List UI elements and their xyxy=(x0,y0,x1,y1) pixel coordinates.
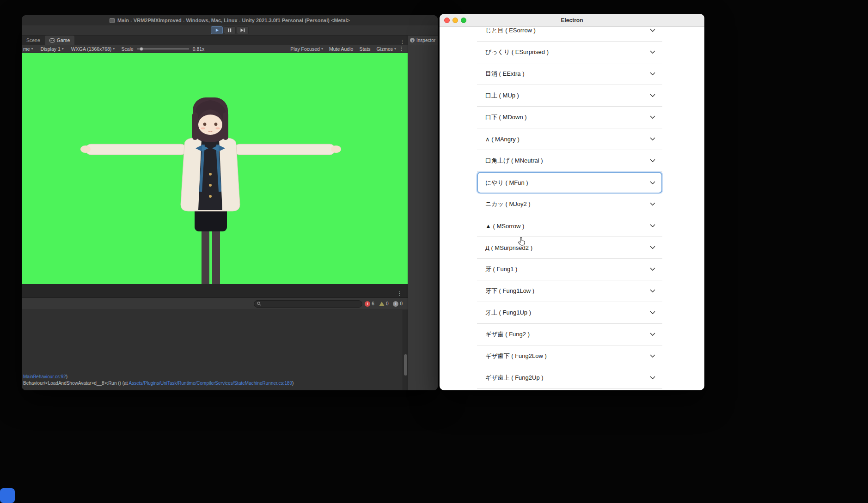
unity-titlebar[interactable]: Main - VRM2PMXImproved - Windows, Mac, L… xyxy=(22,15,438,25)
expression-row[interactable]: 口下 ( MDown ) xyxy=(477,107,662,128)
play-focused-label: Play Focused xyxy=(290,46,320,52)
expression-label: じと目 ( ESorrow ) xyxy=(485,27,536,35)
expression-label: 目消 ( EExtra ) xyxy=(485,70,525,78)
game-view xyxy=(22,53,408,284)
console-scrollbar-thumb[interactable] xyxy=(404,354,407,376)
tab-inspector[interactable]: i Inspector xyxy=(408,36,438,45)
expression-row[interactable]: Д ( MSurprised2 ) xyxy=(477,237,662,259)
log-line: Behaviour/<LoadAndShowAvatar>d__8>:Run (… xyxy=(23,381,293,386)
console-panel: ⋮ ! 6 0 ! 0 xyxy=(22,284,408,390)
expression-row[interactable]: 目消 ( EExtra ) xyxy=(477,63,662,85)
chevron-down-icon xyxy=(649,309,656,316)
play-focused-dropdown[interactable]: Play Focused▾ xyxy=(290,46,323,52)
warning-icon xyxy=(379,302,385,306)
toolbar-menu-button[interactable]: ⋮ xyxy=(396,46,407,52)
console-toolbar: ! 6 0 ! 0 xyxy=(22,298,408,310)
log-file-link[interactable]: Assets/Plugins/UniTask/Runtime/CompilerS… xyxy=(129,381,293,386)
dock-item[interactable] xyxy=(0,488,15,503)
scale-slider-knob[interactable] xyxy=(140,47,143,51)
electron-titlebar[interactable]: Electron xyxy=(440,14,704,27)
info-count-toggle[interactable]: ! 0 xyxy=(391,301,405,307)
expression-label: にやり ( MFun ) xyxy=(485,179,528,187)
expression-label: 口角上げ ( MNeutral ) xyxy=(485,157,543,165)
inspector-body xyxy=(408,45,438,390)
expression-label: 牙下 ( Fung1Low ) xyxy=(485,287,534,295)
expression-list-inner: じと目 ( ESorrow )びっくり ( ESurprised )目消 ( E… xyxy=(477,27,662,389)
game-toolbar: me▾ Display 1▾ WXGA (1366x768)▾ Scale 0.… xyxy=(22,45,408,53)
minimize-button[interactable] xyxy=(452,18,458,23)
warning-count-toggle[interactable]: 0 xyxy=(377,301,391,306)
expression-label: 牙 ( Fung1 ) xyxy=(485,265,517,273)
pause-icon xyxy=(228,28,232,32)
chevron-down-icon xyxy=(649,200,656,208)
expression-row[interactable]: 口角上げ ( MNeutral ) xyxy=(477,150,662,172)
game-view-menu-button[interactable]: ⋮ xyxy=(397,39,408,45)
log-text: ) xyxy=(66,374,67,379)
log-file-link[interactable]: MainBehaviour.cs:92 xyxy=(23,374,66,379)
chevron-down-icon xyxy=(649,70,656,78)
view-mode-dropdown[interactable]: me▾ xyxy=(23,46,33,52)
expression-row[interactable]: 牙 ( Fung1 ) xyxy=(477,259,662,280)
tab-game[interactable]: Game xyxy=(45,36,75,45)
resolution-label: WXGA (1366x768) xyxy=(71,46,112,52)
chevron-down-icon xyxy=(649,374,656,382)
tab-inspector-label: Inspector xyxy=(416,38,435,43)
expression-row[interactable]: びっくり ( ESurprised ) xyxy=(477,42,662,63)
chevron-down-icon: ▾ xyxy=(113,47,115,51)
expression-row[interactable]: ギザ歯下 ( Fung2Low ) xyxy=(477,345,662,367)
console-search-input[interactable] xyxy=(254,300,362,308)
expression-label: ギザ歯 ( Fung2 ) xyxy=(485,330,530,339)
chevron-down-icon xyxy=(649,27,656,34)
expression-row[interactable]: ニカッ ( MJoy2 ) xyxy=(477,194,662,215)
expression-label: ∧ ( MAngry ) xyxy=(485,136,520,143)
chevron-down-icon xyxy=(649,179,656,187)
expression-row[interactable]: ∧ ( MAngry ) xyxy=(477,128,662,150)
error-count: 6 xyxy=(372,301,374,306)
expression-row[interactable]: ▲ ( MSorrow ) xyxy=(477,215,662,237)
expression-row[interactable]: 口上 ( MUp ) xyxy=(477,85,662,107)
expression-row[interactable]: 牙上 ( Fung1Up ) xyxy=(477,302,662,324)
game-icon xyxy=(49,38,55,42)
error-count-toggle[interactable]: ! 6 xyxy=(362,301,377,307)
expression-row[interactable]: にやり ( MFun ) xyxy=(477,172,662,194)
expression-label: ▲ ( MSorrow ) xyxy=(485,223,524,230)
scale-label: Scale xyxy=(121,46,133,52)
expression-label: 口上 ( MUp ) xyxy=(485,91,519,100)
step-icon xyxy=(240,28,245,32)
view-tabstrip: Scene Game ⋮ xyxy=(22,36,408,45)
display-dropdown[interactable]: Display 1▾ xyxy=(41,46,64,52)
chevron-down-icon xyxy=(649,222,656,230)
info-count: 0 xyxy=(400,301,403,306)
console-scrollbar[interactable] xyxy=(403,310,408,390)
log-line: MainBehaviour.cs:92) xyxy=(23,374,67,379)
expression-row[interactable]: ギザ歯 ( Fung2 ) xyxy=(477,324,662,345)
pause-button[interactable] xyxy=(224,26,236,34)
expression-row[interactable]: 牙下 ( Fung1Low ) xyxy=(477,280,662,302)
stats-toggle[interactable]: Stats xyxy=(359,46,370,52)
expression-row[interactable]: ギザ歯上 ( Fung2Up ) xyxy=(477,367,662,389)
console-log: MainBehaviour.cs:92) Behaviour/<LoadAndS… xyxy=(22,310,408,390)
search-icon xyxy=(257,302,261,306)
expression-row[interactable]: じと目 ( ESorrow ) xyxy=(477,27,662,42)
tab-scene[interactable]: Scene xyxy=(22,36,45,45)
info-icon: ! xyxy=(393,301,398,307)
cursor-pointer-icon xyxy=(518,236,526,246)
console-menu-button[interactable]: ⋮ xyxy=(394,291,405,297)
resolution-dropdown[interactable]: WXGA (1366x768)▾ xyxy=(71,46,115,52)
chevron-down-icon: ▾ xyxy=(31,47,33,51)
close-button[interactable] xyxy=(444,18,450,23)
avatar-character xyxy=(22,53,408,284)
play-button[interactable] xyxy=(211,26,223,34)
tab-game-label: Game xyxy=(57,37,70,43)
zoom-button[interactable] xyxy=(461,18,466,23)
scale-slider[interactable] xyxy=(137,47,189,51)
inspector-panel: i Inspector xyxy=(408,36,438,390)
expression-list: じと目 ( ESorrow )びっくり ( ESurprised )目消 ( E… xyxy=(440,27,704,390)
gizmos-dropdown[interactable]: Gizmos▾ xyxy=(376,46,396,52)
error-icon: ! xyxy=(365,301,370,307)
mute-audio-toggle[interactable]: Mute Audio xyxy=(329,46,354,52)
step-button[interactable] xyxy=(237,26,249,34)
tab-scene-label: Scene xyxy=(26,37,40,43)
chevron-down-icon xyxy=(649,331,656,338)
expression-label: 口下 ( MDown ) xyxy=(485,113,527,121)
